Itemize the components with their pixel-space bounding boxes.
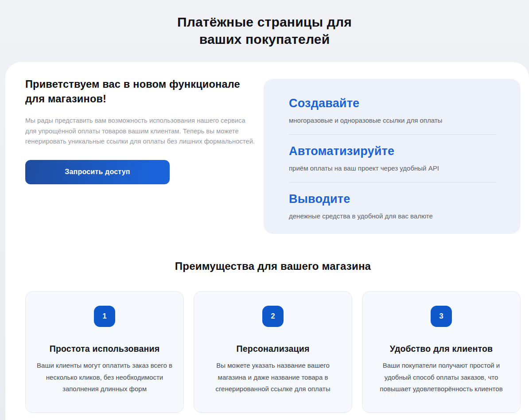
benefit-card-text: Ваши клиенты могут оплатить заказ всего … (35, 360, 175, 395)
benefit-number-badge: 2 (262, 306, 284, 327)
intro-heading: Приветствуем вас в новом функционале для… (25, 77, 258, 106)
benefit-card-ease-of-use: 1 Простота использования Ваши клиенты мо… (25, 291, 184, 413)
request-access-button[interactable]: Запросить доступ (25, 160, 170, 184)
benefit-card-client-convenience: 3 Удобство для клиентов Ваши покупатели … (362, 291, 521, 413)
benefit-number-badge: 1 (94, 306, 115, 327)
benefit-card-title: Персонализация (194, 344, 352, 354)
benefit-card-text: Вы можете указать название вашего магази… (203, 360, 343, 395)
panel-item-automate-heading: Автоматизируйте (289, 144, 495, 158)
intro-section: Приветствуем вас в новом функционале для… (25, 77, 258, 184)
benefit-cards-row: 1 Простота использования Ваши клиенты мо… (25, 291, 521, 413)
panel-item-automate-text: приём оплаты на ваш проект через удобный… (289, 164, 495, 172)
page: Платёжные страницы для ваших покупателей… (0, 0, 529, 420)
panel-divider (289, 182, 495, 183)
panel-item-automate: Автоматизируйте приём оплаты на ваш прое… (289, 144, 495, 172)
panel-item-create: Создавайте многоразовые и одноразовые сс… (289, 97, 495, 124)
panel-item-create-text: многоразовые и одноразовые ссылки для оп… (289, 117, 495, 124)
panel-item-withdraw-heading: Выводите (289, 192, 495, 206)
benefit-number-badge: 3 (431, 306, 452, 327)
page-title: Платёжные страницы для ваших покупателей (160, 13, 369, 48)
panel-item-withdraw-text: денежные средства в удобной для вас валю… (289, 212, 495, 220)
benefits-title: Преимущества для вашего магазина (25, 260, 521, 272)
features-panel: Создавайте многоразовые и одноразовые сс… (264, 79, 521, 234)
benefit-card-text: Ваши покупатели получают простой и удобн… (371, 360, 511, 395)
panel-divider (289, 134, 495, 135)
benefit-card-title: Удобство для клиентов (362, 344, 520, 354)
panel-item-withdraw: Выводите денежные средства в удобной для… (289, 192, 495, 220)
intro-description: Мы рады представить вам возможность испо… (25, 116, 258, 147)
benefit-card-personalization: 2 Персонализация Вы можете указать назва… (194, 291, 352, 413)
benefit-card-title: Простота использования (26, 344, 183, 354)
main-card: Приветствуем вас в новом функционале для… (5, 62, 529, 420)
panel-item-create-heading: Создавайте (289, 97, 495, 110)
